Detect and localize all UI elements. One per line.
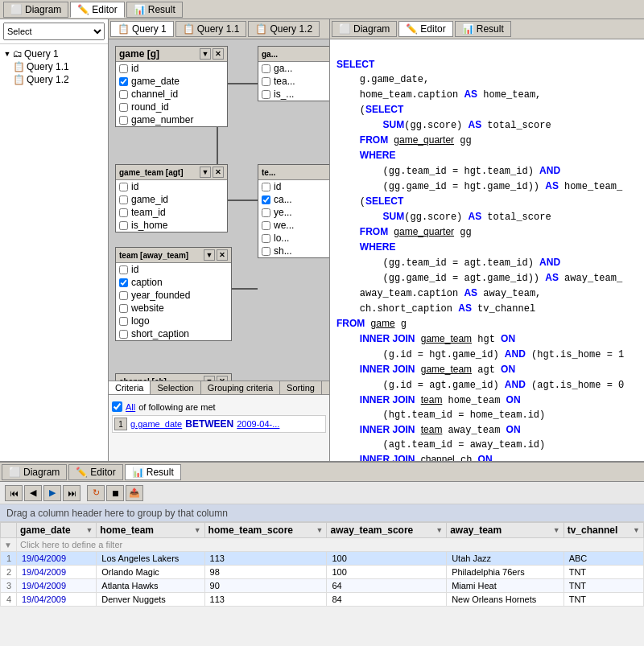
- row2-date: 19/04/2009: [17, 566, 97, 579]
- col-header-home-score[interactable]: home_team_score ▼: [204, 523, 327, 538]
- table-away-menu-btn[interactable]: ▼: [204, 249, 215, 261]
- criteria-tab-criteria[interactable]: Criteria: [109, 381, 151, 394]
- right-diagram-icon: ⬜: [339, 23, 351, 35]
- tree-item-query11[interactable]: 📋 Query 1.1: [13, 60, 105, 73]
- field-te-6[interactable]: sh...: [258, 245, 329, 257]
- nav-first-btn[interactable]: ⏮: [5, 485, 23, 501]
- col-header-game-date[interactable]: game_date ▼: [17, 523, 97, 538]
- stop-btn[interactable]: ⏹: [106, 485, 124, 501]
- cond-value[interactable]: 2009-04-...: [237, 419, 279, 429]
- col-header-tv-channel[interactable]: tv_channel ▼: [564, 523, 643, 538]
- field-away-year[interactable]: year_founded: [116, 289, 231, 302]
- field-agt-teamid[interactable]: team_id: [116, 206, 227, 219]
- right-tab-editor[interactable]: ✏️ Editor: [398, 21, 452, 37]
- field-game-round[interactable]: round_id: [116, 101, 227, 113]
- row3-date: 19/04/2009: [17, 579, 97, 593]
- tab-editor-top[interactable]: ✏️ Editor: [70, 2, 124, 18]
- col-header-away-team[interactable]: away_team ▼: [447, 523, 564, 538]
- right-tab-diagram[interactable]: ⬜ Diagram: [332, 21, 397, 37]
- criteria-all-link[interactable]: All: [126, 402, 135, 412]
- field-ga-2[interactable]: tea...: [258, 75, 329, 88]
- field-away-id[interactable]: id: [116, 263, 231, 276]
- table-agt-header[interactable]: game_team [agt] ▼ ✕: [116, 165, 227, 180]
- bottom-tab-editor[interactable]: ✏️ Editor: [68, 464, 122, 480]
- table-channel-close-btn[interactable]: ✕: [217, 376, 228, 381]
- top-pane-split: Select Query 1 Query 1.1 Query 1.2 ▼ 🗂 Q…: [0, 19, 644, 461]
- col-header-away-score[interactable]: away_team_score ▼: [327, 523, 447, 538]
- editor-icon-top: ✏️: [77, 4, 89, 15]
- field-ga-1[interactable]: ga...: [258, 62, 329, 75]
- query-tab-1[interactable]: 📋 Query 1: [110, 21, 174, 37]
- criteria-tab-sorting[interactable]: Sorting: [280, 381, 322, 394]
- table-game: game [g] ▼ ✕ id game_date channel_id rou…: [115, 46, 228, 127]
- field-te-5[interactable]: lo...: [258, 232, 329, 245]
- table-ga-header[interactable]: ga... ▼ ✕: [258, 47, 329, 62]
- query12-icon: 📋: [255, 23, 267, 35]
- table-away-header[interactable]: team [away_team] ▼ ✕: [116, 248, 231, 263]
- table-row[interactable]: 1 19/04/2009 Los Angeles Lakers 113 100 …: [1, 552, 644, 566]
- nav-last-btn[interactable]: ⏭: [63, 485, 80, 501]
- nav-prev-btn[interactable]: ◀: [24, 485, 42, 501]
- row2-home-team: Orlando Magic: [97, 566, 204, 579]
- field-game-date[interactable]: game_date: [116, 75, 227, 88]
- bottom-result-icon: 📊: [132, 467, 144, 478]
- col-header-home-team[interactable]: home_team ▼: [97, 523, 204, 538]
- field-away-logo[interactable]: logo: [116, 315, 231, 327]
- table-agt-menu-btn[interactable]: ▼: [200, 167, 211, 178]
- export-btn[interactable]: 📤: [126, 485, 143, 501]
- select-dropdown[interactable]: Select Query 1 Query 1.1 Query 1.2: [3, 23, 105, 40]
- cond-field[interactable]: g.game_date: [130, 419, 182, 429]
- middle-panel: 📋 Query 1 📋 Query 1.1 📋 Query 1.2: [109, 19, 330, 461]
- table-channel-menu-btn[interactable]: ▼: [204, 376, 215, 381]
- table-game-team-agt: game_team [agt] ▼ ✕ id game_id team_id i…: [115, 164, 228, 232]
- table-te-header[interactable]: te... ▼ ✕: [258, 165, 329, 180]
- field-game-channel[interactable]: channel_id: [116, 88, 227, 101]
- field-agt-id[interactable]: id: [116, 180, 227, 193]
- field-te-1[interactable]: id: [258, 180, 329, 193]
- criteria-tab-grouping[interactable]: Grouping criteria: [201, 381, 280, 394]
- bottom-tab-result[interactable]: 📊 Result: [125, 464, 181, 480]
- row3-home-score: 90: [204, 579, 327, 593]
- tab-diagram-top[interactable]: ⬜ Diagram: [3, 2, 68, 18]
- table-agt-close-btn[interactable]: ✕: [213, 167, 224, 178]
- criteria-all-row: All of following are met: [112, 401, 326, 412]
- result-icon-top: 📊: [134, 4, 146, 15]
- sql-area[interactable]: SELECT g.game_date, home_team.caption AS…: [330, 39, 644, 461]
- row1-home-score: 113: [204, 552, 327, 566]
- table-away-close-btn[interactable]: ✕: [217, 249, 228, 261]
- field-agt-gameid[interactable]: game_id: [116, 193, 227, 206]
- field-away-caption[interactable]: caption: [116, 276, 231, 289]
- table-game-header[interactable]: game [g] ▼ ✕: [116, 47, 227, 62]
- right-tab-result[interactable]: 📊 Result: [455, 21, 511, 37]
- field-away-short[interactable]: short_caption: [116, 327, 231, 340]
- field-game-id[interactable]: id: [116, 62, 227, 75]
- table-row[interactable]: 3 19/04/2009 Atlanta Hawks 90 64 Miami H…: [1, 579, 644, 593]
- query-tab-11[interactable]: 📋 Query 1.1: [175, 21, 247, 37]
- table-row[interactable]: 4 19/04/2009 Denver Nuggets 113 84 New O…: [1, 593, 644, 607]
- sort-icon-home-team: ▼: [194, 526, 201, 534]
- field-away-website[interactable]: website: [116, 302, 231, 315]
- tree-item-query1[interactable]: ▼ 🗂 Query 1: [3, 47, 105, 60]
- field-te-4[interactable]: we...: [258, 219, 329, 232]
- field-te-3[interactable]: ye...: [258, 206, 329, 219]
- table-channel-header[interactable]: channel [ch] ▼ ✕: [116, 374, 231, 381]
- row2-home-score: 98: [204, 566, 327, 579]
- tree-item-query12[interactable]: 📋 Query 1.2: [13, 73, 105, 86]
- criteria-all-checkbox[interactable]: [112, 401, 122, 412]
- nav-next-btn[interactable]: ▶: [43, 485, 61, 501]
- table-game-close-btn[interactable]: ✕: [213, 48, 224, 60]
- table-game-menu-btn[interactable]: ▼: [200, 48, 211, 60]
- field-te-2[interactable]: ca...: [258, 193, 329, 206]
- row3-home-team: Atlanta Hawks: [97, 579, 204, 593]
- criteria-tab-selection[interactable]: Selection: [151, 381, 200, 394]
- refresh-btn[interactable]: ↻: [87, 485, 105, 501]
- field-ga-3[interactable]: is_...: [258, 88, 329, 101]
- query-tab-12[interactable]: 📋 Query 1.2: [248, 21, 320, 37]
- field-game-number[interactable]: game_number: [116, 113, 227, 126]
- bottom-tab-diagram[interactable]: ⬜ Diagram: [2, 464, 67, 480]
- field-agt-ishome[interactable]: is_home: [116, 219, 227, 232]
- filter-icon: ▼: [4, 541, 12, 549]
- tab-result-top[interactable]: 📊 Result: [126, 2, 183, 18]
- filter-hint[interactable]: Click here to define a filter: [20, 540, 122, 549]
- table-row[interactable]: 2 19/04/2009 Orlando Magic 98 100 Philad…: [1, 566, 644, 579]
